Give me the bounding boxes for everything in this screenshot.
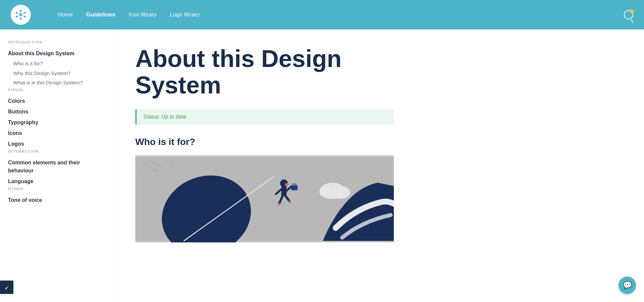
sidebar-section-visual: VISUAL Colors Buttons Typography Icons L…	[8, 88, 105, 149]
svg-point-40	[331, 186, 350, 199]
section-title-who: Who is it for?	[135, 137, 394, 147]
header: Home Guidelines Icon library Logo librar…	[0, 0, 644, 29]
sidebar-item-buttons[interactable]: Buttons	[8, 106, 105, 117]
sidebar-sub-why[interactable]: Why this Design System?	[8, 69, 105, 78]
search-button[interactable]	[624, 10, 633, 19]
svg-point-22	[167, 169, 168, 171]
sidebar-item-icons[interactable]: Icons	[8, 128, 105, 139]
svg-line-12	[17, 13, 20, 14]
illustration-svg	[135, 155, 394, 242]
svg-point-3	[24, 16, 26, 18]
status-bar: Status: Up to date	[135, 109, 394, 125]
nav-icon-library[interactable]: Icon library	[129, 11, 156, 18]
page-layout: INTRODUCTION About this Design System Wh…	[0, 29, 644, 302]
svg-point-18	[148, 168, 149, 169]
sidebar-label-other: OTHER	[8, 187, 105, 191]
sidebar-item-colors[interactable]: Colors	[8, 96, 105, 106]
svg-point-17	[164, 160, 165, 161]
chat-icon: 💬	[623, 281, 632, 290]
svg-line-8	[22, 13, 24, 14]
sidebar-section-interaction: INTERACTION Common elements and their be…	[8, 149, 105, 187]
search-icon	[624, 10, 633, 19]
chat-button[interactable]: 💬	[619, 277, 636, 294]
expand-icon: ↙	[5, 284, 9, 291]
sidebar-section-other: OTHER Tone of voice	[8, 187, 105, 206]
main-content: About this Design System Status: Up to d…	[114, 29, 415, 302]
svg-point-34	[288, 201, 291, 204]
logo[interactable]	[11, 5, 31, 25]
main-nav: Home Guidelines Icon library Logo librar…	[58, 11, 633, 18]
svg-point-16	[157, 164, 159, 166]
search-badge	[630, 9, 634, 13]
sidebar-sub-what[interactable]: What is in this Design System?	[8, 78, 105, 88]
sidebar: INTRODUCTION About this Design System Wh…	[0, 29, 114, 302]
sidebar-section-introduction: INTRODUCTION About this Design System Wh…	[8, 40, 105, 88]
svg-point-14	[144, 162, 146, 164]
svg-point-15	[151, 161, 152, 162]
nav-home[interactable]: Home	[58, 11, 73, 18]
illustration	[135, 155, 394, 242]
svg-line-11	[17, 15, 20, 16]
svg-point-19	[154, 169, 156, 171]
sidebar-label-introduction: INTRODUCTION	[8, 40, 105, 44]
sidebar-label-visual: VISUAL	[8, 88, 105, 92]
nav-logo-library[interactable]: Logo library	[170, 11, 200, 18]
sidebar-sub-who[interactable]: Who is it for?	[8, 59, 105, 69]
svg-point-4	[20, 18, 22, 20]
svg-point-2	[24, 12, 26, 14]
sidebar-item-language[interactable]: Language	[8, 176, 105, 187]
svg-point-23	[170, 162, 172, 164]
svg-point-28	[285, 183, 288, 186]
svg-point-20	[160, 166, 162, 167]
status-text: Status: Up to date	[143, 114, 186, 120]
sidebar-item-tone-of-voice[interactable]: Tone of voice	[8, 195, 105, 206]
sidebar-item-typography[interactable]: Typography	[8, 117, 105, 128]
logo-icon	[14, 8, 27, 21]
svg-point-5	[16, 16, 18, 18]
sidebar-item-common-elements[interactable]: Common elements and their behaviour	[8, 157, 105, 176]
expand-button[interactable]: ↙	[0, 281, 13, 294]
svg-line-9	[22, 15, 24, 16]
sidebar-label-interaction: INTERACTION	[8, 149, 105, 153]
svg-point-21	[141, 171, 142, 172]
svg-point-6	[16, 12, 18, 14]
svg-point-33	[278, 203, 281, 206]
sidebar-item-about[interactable]: About this Design System	[8, 48, 105, 59]
sidebar-item-logos[interactable]: Logos	[8, 139, 105, 149]
svg-point-1	[20, 10, 22, 12]
svg-rect-35	[291, 185, 297, 190]
svg-point-41	[319, 188, 333, 198]
page-title: About this Design System	[135, 46, 394, 98]
nav-guidelines[interactable]: Guidelines	[86, 11, 115, 18]
svg-point-0	[19, 13, 22, 16]
